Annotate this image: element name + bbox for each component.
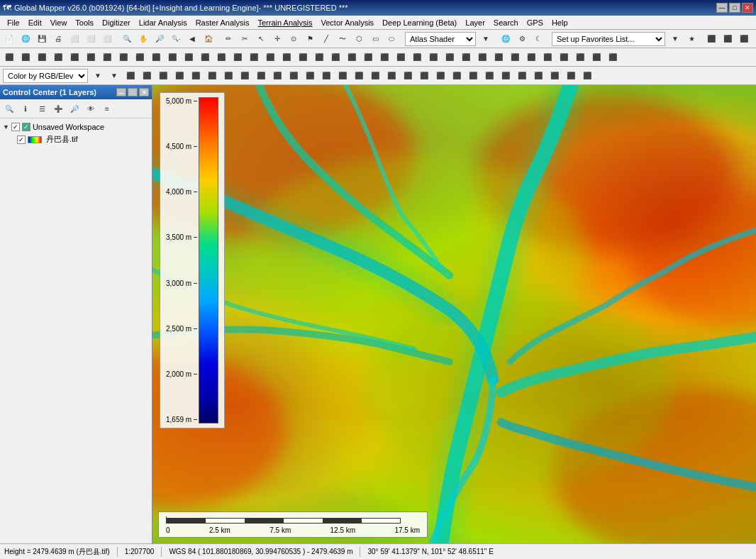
tb2-11[interactable]: ⬛ (165, 50, 180, 65)
layer-file-row[interactable]: ✓ 丹巴县.tif (3, 133, 149, 146)
panel-minimize[interactable]: — (116, 88, 126, 96)
cs-opt25[interactable]: ⬛ (514, 68, 530, 84)
shader-arrow[interactable]: ▼ (478, 31, 494, 47)
tb2-24[interactable]: ⬛ (377, 50, 392, 65)
cs-opt5[interactable]: ⬛ (188, 68, 204, 84)
tb-crosshair[interactable]: ✛ (269, 31, 285, 47)
tb2-36[interactable]: ⬛ (572, 50, 588, 65)
tb2-34[interactable]: ⬛ (540, 50, 555, 65)
tb2-30[interactable]: ⬛ (474, 50, 490, 65)
cs-opt7[interactable]: ⬛ (221, 68, 236, 84)
tb2-25[interactable]: ⬛ (393, 50, 408, 65)
tb2-29[interactable]: ⬛ (458, 50, 474, 65)
moon-btn[interactable]: ☾ (530, 31, 546, 47)
tb2-26[interactable]: ⬛ (409, 50, 425, 65)
cs-opt9[interactable]: ⬛ (253, 68, 269, 84)
tb2-33[interactable]: ⬛ (523, 50, 539, 65)
expand-icon[interactable]: ▼ (3, 123, 9, 131)
cs-opt26[interactable]: ⬛ (530, 68, 546, 84)
menu-terrain[interactable]: Terrain Analysis (253, 17, 316, 28)
menu-tools[interactable]: Tools (71, 17, 98, 28)
search-btn[interactable]: 🔍 (119, 31, 135, 47)
tb2-35[interactable]: ⬛ (556, 50, 572, 65)
tb2-4[interactable]: ⬛ (50, 50, 66, 65)
pt-eye[interactable]: 👁 (83, 101, 99, 116)
tb2-8[interactable]: ⬛ (116, 50, 131, 65)
tb2-23[interactable]: ⬛ (360, 50, 376, 65)
cs-opt27[interactable]: ⬛ (547, 68, 562, 84)
pt-menu[interactable]: ≡ (99, 101, 115, 116)
tb2-16[interactable]: ⬛ (246, 50, 262, 65)
tb2-9[interactable]: ⬛ (132, 50, 148, 65)
zoom-in-btn[interactable]: 🔎 (152, 31, 167, 47)
menu-digitizer[interactable]: Digitizer (98, 17, 135, 28)
cs-opt3[interactable]: ⬛ (155, 68, 171, 84)
open-btn[interactable]: 🌐 (18, 31, 33, 47)
map-area[interactable]: 5,000 m 4,500 m 4,000 m 3,500 m (152, 85, 756, 543)
menu-edit[interactable]: Edit (24, 17, 46, 28)
export-btn[interactable]: ⬜ (67, 31, 82, 47)
tb-dot[interactable]: ⊙ (286, 31, 301, 47)
close-button[interactable]: ✕ (742, 3, 753, 13)
cs-opt15[interactable]: ⬛ (351, 68, 367, 84)
globe-btn[interactable]: 🌐 (498, 31, 513, 47)
menu-gps[interactable]: GPS (523, 17, 547, 28)
menu-raster[interactable]: Raster Analysis (191, 17, 254, 28)
back-btn[interactable]: ◀ (184, 31, 200, 47)
minimize-button[interactable]: — (716, 3, 728, 13)
menu-view[interactable]: View (46, 17, 72, 28)
cs-opt22[interactable]: ⬛ (465, 68, 481, 84)
save-btn[interactable]: 💾 (34, 31, 50, 47)
pt-search[interactable]: 🔎 (67, 101, 82, 116)
tb2-3[interactable]: ⬛ (34, 50, 50, 65)
cs-opt17[interactable]: ⬛ (384, 68, 399, 84)
cs-opt29[interactable]: ⬛ (579, 68, 595, 84)
layer-checkbox[interactable]: ✓ (17, 135, 26, 144)
tb2-22[interactable]: ⬛ (344, 50, 360, 65)
zoom-out-btn[interactable]: 🔍- (168, 31, 184, 47)
tb-flag[interactable]: ⚑ (302, 31, 318, 47)
tb2-37[interactable]: ⬛ (589, 50, 604, 65)
settings-btn[interactable]: ⚙ (514, 31, 530, 47)
tb2-28[interactable]: ⬛ (442, 50, 457, 65)
workspace-checkbox[interactable]: ✓ (11, 123, 20, 131)
new-btn[interactable]: 📄 (1, 31, 17, 47)
cs-filter[interactable]: ▼ (106, 68, 122, 84)
tb2-12[interactable]: ⬛ (181, 50, 196, 65)
cs-opt18[interactable]: ⬛ (400, 68, 416, 84)
cs-opt4[interactable]: ⬛ (172, 68, 187, 84)
tb-scissors[interactable]: ✂ (237, 31, 252, 47)
shader-select[interactable]: Atlas Shader (405, 32, 476, 46)
tb2-7[interactable]: ⬛ (99, 50, 115, 65)
tb2-5[interactable]: ⬛ (67, 50, 82, 65)
cs-opt24[interactable]: ⬛ (498, 68, 513, 84)
tb-elip[interactable]: ⬭ (384, 31, 399, 47)
cs-opt1[interactable]: ⬛ (123, 68, 138, 84)
maximize-button[interactable]: □ (729, 3, 740, 13)
favorites-select[interactable]: Set up Favorites List... (552, 32, 665, 46)
cs-opt2[interactable]: ⬛ (139, 68, 155, 84)
tb-curve[interactable]: 〜 (335, 31, 350, 47)
menu-deeplearning[interactable]: Deep Learning (Beta) (378, 17, 461, 28)
panel-close[interactable]: ✕ (139, 88, 149, 96)
tb-polygon[interactable]: ⬡ (351, 31, 367, 47)
cs-opt14[interactable]: ⬛ (335, 68, 350, 84)
cs-opt8[interactable]: ⬛ (237, 68, 252, 84)
menu-file[interactable]: File (3, 17, 24, 28)
cs-opt28[interactable]: ⬛ (563, 68, 579, 84)
tb2-6[interactable]: ⬛ (83, 50, 99, 65)
menu-help[interactable]: Help (547, 17, 572, 28)
tb2-21[interactable]: ⬛ (328, 50, 343, 65)
tb2-13[interactable]: ⬛ (197, 50, 213, 65)
cs-opt23[interactable]: ⬛ (482, 68, 497, 84)
tb-r3[interactable]: ⬛ (736, 31, 752, 47)
cs-opt13[interactable]: ⬛ (318, 68, 334, 84)
panel-restore[interactable]: □ (128, 88, 138, 96)
tb-rect[interactable]: ▭ (367, 31, 383, 47)
cs-opt10[interactable]: ⬛ (269, 68, 285, 84)
tb-r2[interactable]: ⬛ (720, 31, 735, 47)
workspace-checkbox2[interactable]: ✓ (22, 123, 30, 131)
menu-search[interactable]: Search (489, 17, 523, 28)
cs-opt21[interactable]: ⬛ (449, 68, 465, 84)
workspace-row[interactable]: ▼ ✓ ✓ Unsaved Workspace (3, 121, 149, 133)
